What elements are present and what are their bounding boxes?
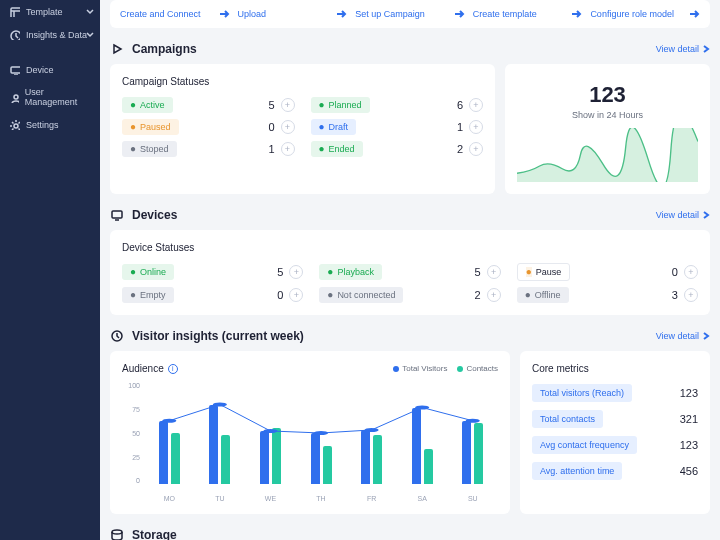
add-button[interactable]: + [281,120,295,134]
arrow-right-icon [453,8,465,20]
sidebar-item-device[interactable]: Device [0,58,100,81]
arrow-right-icon [335,8,347,20]
svg-point-14 [112,530,122,534]
add-button[interactable]: + [487,265,501,279]
add-button[interactable]: + [684,288,698,302]
metric-value: 123 [589,82,626,108]
sidebar-item-label: Template [26,7,63,17]
status-count: 5+ [277,265,303,279]
add-button[interactable]: + [289,265,303,279]
metric-row: Total contacts 321 [532,410,698,428]
storage-icon [110,528,124,540]
metric-value: 123 [680,439,698,451]
section-title: Storage [132,528,177,540]
add-button[interactable]: + [684,265,698,279]
status-badge: ●Not connected [319,287,403,303]
core-metrics-card: Core metrics Total visitors (Reach) 123 … [520,351,710,514]
status-badge: ●Planned [311,97,370,113]
storage-header: Storage [110,528,710,540]
svg-rect-0 [11,8,20,17]
add-button[interactable]: + [281,142,295,156]
qa-setup-campaign[interactable]: Set up Campaign [355,8,465,20]
audience-chart-card: Audiencei Total Visitors Contacts 100755… [110,351,510,514]
svg-rect-5 [112,211,122,218]
status-row: ●Ended 2+ [311,141,484,157]
status-badge: ●Empty [122,287,174,303]
monitor-icon [9,64,20,75]
chart-title: Audiencei [122,363,178,374]
status-count: 0+ [277,288,303,302]
metric-value: 321 [680,413,698,425]
status-row: ●Paused 0+ [122,119,295,135]
campaigns-header: Campaigns View detail [110,42,710,56]
sidebar-item-label: User Management [25,87,91,107]
add-button[interactable]: + [469,120,483,134]
status-badge: ●Ended [311,141,363,157]
device-statuses-card: Device Statuses ●Online 5+ ●Playback 5+ … [110,230,710,315]
svg-point-13 [466,419,480,423]
qa-create-connect[interactable]: Create and Connect [120,8,230,20]
status-count: 2+ [457,142,483,156]
status-row: ●Empty 0+ [122,287,303,303]
metric-value: 456 [680,465,698,477]
status-count: 1+ [268,142,294,156]
card-title: Core metrics [532,363,698,374]
view-detail-link[interactable]: View detail [656,331,710,341]
svg-point-9 [263,429,277,433]
sparkline-chart [517,128,698,182]
metric-label: Total contacts [532,410,603,428]
sidebar-item-settings[interactable]: Settings [0,113,100,136]
chevron-down-icon [86,31,94,39]
sidebar-item-template[interactable]: Template [0,0,100,23]
view-detail-link[interactable]: View detail [656,210,710,220]
play-icon [110,42,124,56]
status-count: 1+ [457,120,483,134]
metric-label: Avg contact frequency [532,436,637,454]
quick-actions-card: Create and Connect Upload Set up Campaig… [110,0,710,28]
view-detail-link[interactable]: View detail [656,44,710,54]
sidebar-item-label: Settings [26,120,59,130]
sidebar-item-user-management[interactable]: User Management [0,81,100,113]
add-button[interactable]: + [469,98,483,112]
status-count: 2+ [475,288,501,302]
campaign-statuses-card: Campaign Statuses ●Active 5+ ●Planned 6+… [110,64,495,194]
svg-point-4 [14,124,18,128]
status-badge: ●Draft [311,119,357,135]
campaign-metric-card: 123 Show in 24 Hours [505,64,710,194]
svg-point-10 [314,431,328,435]
devices-header: Devices View detail [110,208,710,222]
status-row: ●Offline 3+ [517,287,698,303]
metric-label: Avg. attention time [532,462,622,480]
main-content: Create and Connect Upload Set up Campaig… [100,0,720,540]
status-row: ●Online 5+ [122,263,303,281]
chart-legend: Total Visitors Contacts [393,364,498,373]
svg-point-7 [162,419,176,423]
info-icon[interactable]: i [168,364,178,374]
add-button[interactable]: + [469,142,483,156]
status-row: ●Pause 0+ [517,263,698,281]
sidebar-item-label: Device [26,65,54,75]
add-button[interactable]: + [487,288,501,302]
status-count: 3+ [672,288,698,302]
status-badge: ●Stoped [122,141,177,157]
svg-point-8 [213,403,227,407]
insights-icon [9,29,20,40]
status-badge: ●Active [122,97,173,113]
qa-configure-role[interactable]: Configure role model [590,8,700,20]
status-row: ●Playback 5+ [319,263,500,281]
template-icon [9,6,20,17]
add-button[interactable]: + [281,98,295,112]
metric-subtitle: Show in 24 Hours [572,110,643,120]
qa-upload[interactable]: Upload [238,8,348,20]
status-row: ●Stoped 1+ [122,141,295,157]
sidebar: Template Insights & Data Device User Man… [0,0,100,540]
status-badge: ●Paused [122,119,179,135]
chevron-right-icon [702,45,710,53]
status-row: ●Draft 1+ [311,119,484,135]
status-badge: ●Online [122,264,174,280]
status-row: ●Active 5+ [122,97,295,113]
sidebar-item-insights[interactable]: Insights & Data [0,23,100,46]
sidebar-item-label: Insights & Data [26,30,87,40]
qa-create-template[interactable]: Create template [473,8,583,20]
add-button[interactable]: + [289,288,303,302]
